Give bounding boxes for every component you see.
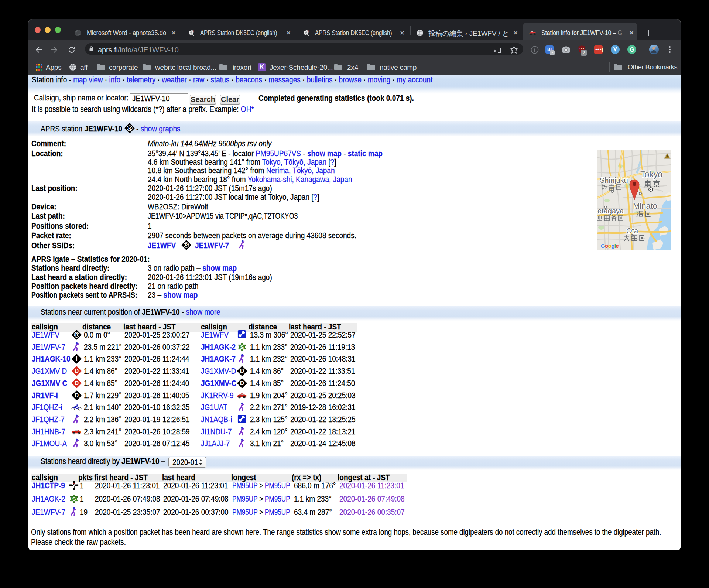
svg-text:Shinjuku: Shinjuku xyxy=(600,176,628,184)
svg-text:Google: Google xyxy=(601,243,619,249)
svg-text:Minato: Minato xyxy=(633,201,657,211)
svg-text:Tokyo: Tokyo xyxy=(640,170,662,179)
svg-text:etagaya: etagaya xyxy=(597,207,624,215)
svg-text:Ota: Ota xyxy=(626,227,638,235)
